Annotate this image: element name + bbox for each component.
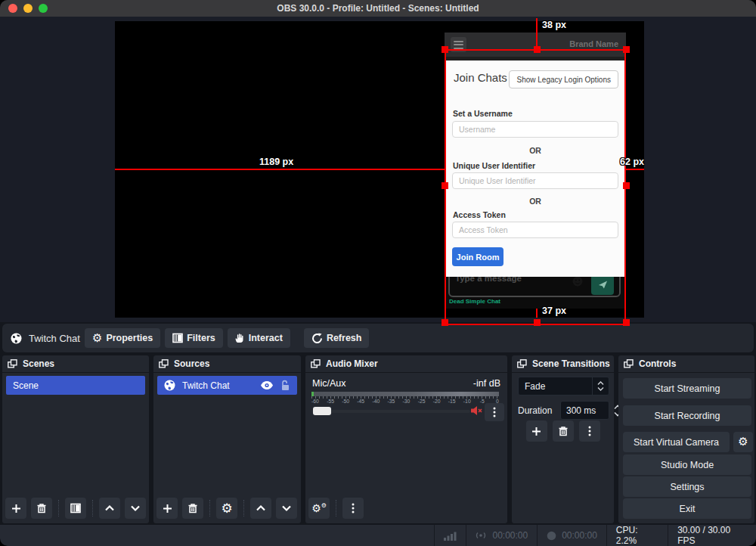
scene-list-item[interactable]: Scene xyxy=(6,376,145,395)
transition-properties-button[interactable] xyxy=(579,420,600,442)
interact-button[interactable]: Interact xyxy=(228,328,290,348)
controls-panel: Controls Start Streaming Start Recording… xyxy=(618,355,754,523)
controls-panel-header[interactable]: Controls xyxy=(618,355,754,373)
dim-label-left: 1189 px xyxy=(259,157,293,167)
stream-time: 00:00:00 xyxy=(492,530,528,541)
settings-button[interactable]: Settings xyxy=(623,476,751,497)
source-properties-button[interactable]: ⚙ xyxy=(216,498,237,519)
gear-icon: ⚙ xyxy=(92,333,102,344)
start-recording-button[interactable]: Start Recording xyxy=(623,405,751,426)
source-selection-box[interactable] xyxy=(445,49,626,325)
refresh-button[interactable]: Refresh xyxy=(304,328,370,348)
exit-button[interactable]: Exit xyxy=(623,498,751,519)
selection-handle-top-left[interactable] xyxy=(442,46,448,53)
globe-icon xyxy=(11,333,22,344)
selection-handle-mid-right[interactable] xyxy=(623,182,630,189)
sources-panel: Sources Twitch Chat ⚙ xyxy=(153,355,301,523)
chevron-down-icon xyxy=(130,504,141,513)
transitions-panel-header[interactable]: Scene Transitions xyxy=(512,355,614,373)
scenes-panel: Scenes Scene xyxy=(2,355,149,523)
record-time: 00:00:00 xyxy=(562,530,597,541)
move-source-down-button[interactable] xyxy=(276,498,297,519)
add-source-button[interactable] xyxy=(156,498,178,519)
scenes-panel-header[interactable]: Scenes xyxy=(2,355,149,373)
select-chevrons[interactable] xyxy=(592,377,609,395)
add-scene-button[interactable] xyxy=(5,498,26,519)
preview-area: Type a message Dead Simple Chat Brand Na… xyxy=(0,17,756,322)
double-gear-icon: ⚙⚙ xyxy=(311,503,327,513)
transition-select[interactable]: Fade xyxy=(518,377,609,396)
selected-source-name: Twitch Chat xyxy=(29,333,80,344)
dock-icon xyxy=(311,359,321,368)
mixer-menu-button[interactable] xyxy=(342,498,364,519)
toolbar-separator xyxy=(209,500,210,517)
obs-window: OBS 30.0.0 - Profile: Untitled - Scenes:… xyxy=(0,0,756,546)
scenes-panel-title: Scenes xyxy=(23,358,54,369)
remove-source-button[interactable] xyxy=(182,498,203,519)
start-streaming-button[interactable]: Start Streaming xyxy=(623,378,751,399)
dim-line-top xyxy=(536,18,538,49)
advanced-audio-button[interactable]: ⚙⚙ xyxy=(308,498,330,519)
visibility-eye-icon[interactable] xyxy=(260,380,274,390)
volume-slider-handle[interactable] xyxy=(313,407,331,415)
cpu-usage: CPU: 2.2% xyxy=(616,525,658,546)
chevron-down-icon xyxy=(281,504,292,513)
sources-toolbar: ⚙ xyxy=(153,495,297,521)
record-time-section: 00:00:00 xyxy=(538,525,606,546)
move-scene-down-button[interactable] xyxy=(125,498,146,519)
cpu-section: CPU: 2.2% xyxy=(607,525,668,546)
dim-label-right: 62 px xyxy=(620,157,644,167)
selection-handle-bottom-center[interactable] xyxy=(534,319,541,326)
selection-handle-bottom-left[interactable] xyxy=(442,319,448,326)
scene-filters-button[interactable] xyxy=(65,498,86,519)
dock-icon xyxy=(159,359,169,368)
dock-icon xyxy=(517,359,527,368)
filters-icon xyxy=(70,503,81,513)
mixer-channel-row: Mic/Aux -inf dB xyxy=(312,378,500,389)
remove-scene-button[interactable] xyxy=(31,498,52,519)
mixer-panel-header[interactable]: Audio Mixer xyxy=(305,355,507,373)
mixer-options-button[interactable] xyxy=(485,403,504,421)
plus-icon xyxy=(11,504,21,513)
properties-button[interactable]: ⚙ Properties xyxy=(85,328,160,348)
virtual-camera-config-button[interactable]: ⚙ xyxy=(733,432,753,452)
trash-icon xyxy=(558,426,569,436)
selection-handle-top-center[interactable] xyxy=(534,46,541,53)
add-transition-button[interactable] xyxy=(526,420,547,442)
selection-handle-top-right[interactable] xyxy=(623,46,630,53)
dim-line-left xyxy=(115,169,445,170)
move-scene-up-button[interactable] xyxy=(99,498,120,519)
selection-handle-mid-left[interactable] xyxy=(442,182,448,189)
stream-time-section: 00:00:00 xyxy=(466,525,537,546)
selected-source-label: Twitch Chat xyxy=(11,333,80,344)
refresh-icon xyxy=(311,333,323,344)
duration-label: Duration xyxy=(518,405,552,416)
filters-icon xyxy=(172,333,183,343)
source-list-item[interactable]: Twitch Chat xyxy=(157,376,297,395)
trash-icon xyxy=(187,503,198,513)
trash-icon xyxy=(36,503,47,513)
lock-open-icon[interactable] xyxy=(280,380,290,391)
title-bar: OBS 30.0.0 - Profile: Untitled - Scenes:… xyxy=(0,0,756,17)
studio-mode-button[interactable]: Studio Mode xyxy=(623,454,751,475)
remove-transition-button[interactable] xyxy=(553,420,574,442)
transitions-panel: Scene Transitions Fade Duration 300 ms xyxy=(512,355,614,523)
volume-slider[interactable] xyxy=(311,410,470,413)
duration-spinbox[interactable]: 300 ms xyxy=(560,401,609,420)
dim-label-bottom: 37 px xyxy=(542,306,566,316)
start-virtual-camera-button[interactable]: Start Virtual Camera xyxy=(623,432,730,452)
stats-section[interactable] xyxy=(435,525,466,546)
move-source-up-button[interactable] xyxy=(250,498,271,519)
toolbar-separator xyxy=(92,500,93,517)
dim-label-top: 38 px xyxy=(542,20,566,30)
gear-icon: ⚙ xyxy=(221,502,232,515)
selection-handle-bottom-right[interactable] xyxy=(623,319,630,326)
globe-icon xyxy=(164,380,175,391)
record-dot-icon xyxy=(547,531,556,541)
mute-speaker-icon[interactable] xyxy=(470,405,483,419)
filters-button[interactable]: Filters xyxy=(165,328,223,348)
fps-value: 30.00 / 30.00 FPS xyxy=(677,525,747,546)
sources-panel-header[interactable]: Sources xyxy=(153,355,301,373)
kebab-icon xyxy=(352,503,355,513)
broadcast-icon xyxy=(475,531,487,540)
